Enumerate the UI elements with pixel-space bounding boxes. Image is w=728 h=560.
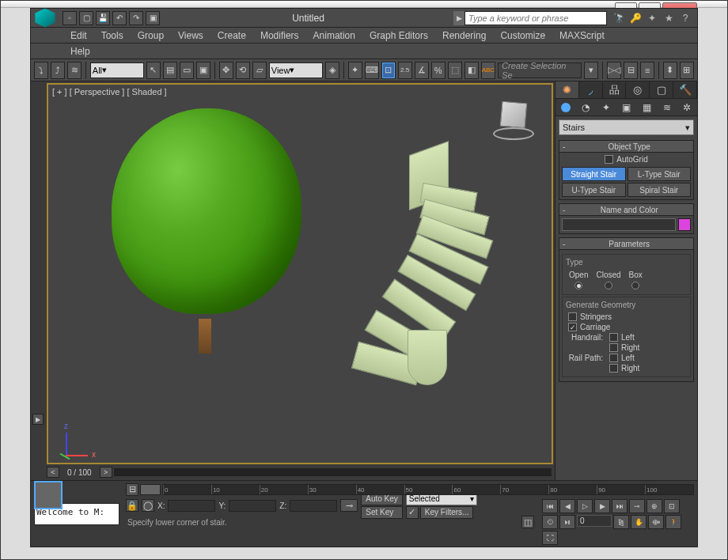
next-frame-icon[interactable]: ▶ [594,499,610,513]
window-crossing-icon[interactable]: ▣ [196,62,210,79]
schematic-view-icon[interactable]: ⊞ [680,62,694,79]
bind-spacewarp-icon[interactable]: ≋ [67,62,82,79]
timeline-track[interactable]: 0 10 20 30 40 50 60 70 80 90 100 [162,484,694,495]
spacewarps-subtab[interactable]: ≋ [657,99,677,115]
z-coord-input[interactable] [290,500,337,512]
reference-coord-dropdown[interactable]: View ▾ [269,62,323,78]
pan-icon[interactable]: ✋ [631,515,646,529]
layers-icon[interactable]: ≡ [640,62,654,79]
new-file-icon[interactable]: ▫ [63,11,77,25]
create-tab[interactable]: ✺ [555,81,579,98]
type-box-radio[interactable] [631,282,639,289]
perspective-viewport[interactable]: [ + ] [ Perspective ] [ Shaded ] [47,83,553,464]
y-coord-input[interactable] [229,500,276,512]
scale-icon[interactable]: ▱ [252,62,267,79]
viewport-label[interactable]: [ + ] [ Perspective ] [ Shaded ] [52,87,167,96]
spinner-up-icon[interactable]: ⧎ [613,515,629,529]
geometry-subtab[interactable] [555,99,576,115]
systems-subtab[interactable]: ✲ [677,99,697,115]
l-type-stair-button[interactable]: L-Type Stair [628,167,692,181]
align-icon[interactable]: ABC [481,62,495,79]
railpath-left-checkbox[interactable] [609,354,618,362]
key-mode-icon[interactable]: ⊸ [340,499,358,512]
undo-icon[interactable]: ↶ [112,11,127,25]
stringers-checkbox[interactable] [568,312,577,321]
time-slider-handle[interactable] [140,484,161,495]
railpath-right-checkbox[interactable] [609,364,618,373]
align2-icon[interactable]: ⊟ [624,62,638,79]
parameters-rollout-header[interactable]: -Parameters [559,237,694,250]
menu-tools[interactable]: Tools [101,30,123,41]
object-type-rollout-header[interactable]: -Object Type [559,140,694,153]
gutter-play-icon[interactable]: ▶ [32,414,44,425]
spiral-stair-button[interactable]: Spiral Stair [628,183,692,197]
menu-maxscript[interactable]: MAXScript [559,30,605,41]
edit-named-sel-icon[interactable]: ⬚ [448,62,462,79]
pivot-center-icon[interactable]: ◈ [325,62,339,79]
motion-tab[interactable]: ◎ [626,81,650,98]
key-icon[interactable]: 🔑 [628,11,643,25]
menu-create[interactable]: Create [218,30,246,41]
hierarchy-tab[interactable]: 品 [603,81,627,98]
scroll-left-button[interactable]: < [47,467,59,478]
menu-edit[interactable]: Edit [70,30,87,41]
utilities-tab[interactable]: 🔨 [673,81,697,98]
percent-snap-icon[interactable]: ∡ [415,62,429,79]
menu-modifiers[interactable]: Modifiers [260,30,299,41]
time-config-icon[interactable]: ⏲ [542,515,558,529]
menu-customize[interactable]: Customize [500,30,545,41]
autogrid-checkbox[interactable] [605,155,613,164]
unlink-icon[interactable]: ⤴ [51,62,65,79]
lights-subtab[interactable]: ✦ [596,99,616,115]
walk-icon[interactable]: 🚶 [665,515,681,529]
u-type-stair-button[interactable]: U-Type Stair [562,183,626,197]
curve-editor-icon[interactable]: ⬍ [663,62,677,79]
zoom-all-icon[interactable]: ⊡ [664,499,680,513]
current-frame-input[interactable] [577,515,612,527]
name-color-rollout-header[interactable]: -Name and Color [559,203,694,216]
search-input[interactable] [464,11,607,25]
spinner-snap-icon[interactable]: % [431,62,446,79]
trackbar-config-icon[interactable]: ⊟ [126,483,138,496]
goto-end-icon[interactable]: ⏭ [612,499,628,513]
zoom-icon[interactable]: ⊕ [646,499,662,513]
menu-group[interactable]: Group [138,30,164,41]
handrail-right-checkbox[interactable] [609,343,618,352]
straight-stair-button[interactable]: Straight Stair [562,167,626,181]
select-region-icon[interactable]: ▭ [180,62,194,79]
x-coord-input[interactable] [168,500,215,512]
scroll-right-button[interactable]: > [100,467,112,478]
key-mode-toggle-icon[interactable]: ⊸ [629,499,645,513]
mirror-icon[interactable]: ◧ [464,62,479,79]
manipulate-icon[interactable]: ✦ [348,62,362,79]
open-file-icon[interactable]: ▢ [79,11,93,25]
object-name-input[interactable] [562,218,676,231]
prev-key-icon[interactable]: ⏯ [559,515,575,529]
menu-animation[interactable]: Animation [313,30,355,41]
redo-icon[interactable]: ↷ [129,11,143,25]
category-dropdown[interactable]: Stairs▾ [559,119,694,135]
menu-graph-editors[interactable]: Graph Editors [370,30,428,41]
helpers-subtab[interactable]: ▦ [636,99,657,115]
comm-center-status-icon[interactable]: ◫ [521,516,534,528]
link-icon[interactable]: ⤵ [34,62,48,79]
selection-filter-dropdown[interactable]: All ▾ [90,62,144,78]
orbit-icon[interactable]: ⟴ [648,515,664,529]
menu-help[interactable]: Help [70,46,90,57]
carriage-checkbox[interactable]: ✓ [568,323,577,331]
menu-views[interactable]: Views [178,30,203,41]
scroll-track[interactable] [114,468,552,476]
rotate-icon[interactable]: ⟲ [236,62,250,79]
mirror2-icon[interactable]: ▷◁ [607,62,621,79]
favorites-icon[interactable]: ★ [662,11,676,25]
display-tab[interactable]: ▢ [650,81,673,98]
modify-tab[interactable]: ◞ [579,81,603,98]
named-selection-sets-dropdown[interactable]: Create Selection Se [498,62,582,78]
select-by-name-icon[interactable]: ▤ [163,62,177,79]
prev-frame-icon[interactable]: ◀ [559,499,575,513]
goto-start-icon[interactable]: ⏮ [542,499,558,513]
move-icon[interactable]: ✥ [219,62,233,79]
comm-center-icon[interactable]: ✦ [645,11,659,25]
save-file-icon[interactable]: 💾 [96,11,110,25]
infocenter-arrow-icon[interactable]: ▶ [453,11,464,25]
